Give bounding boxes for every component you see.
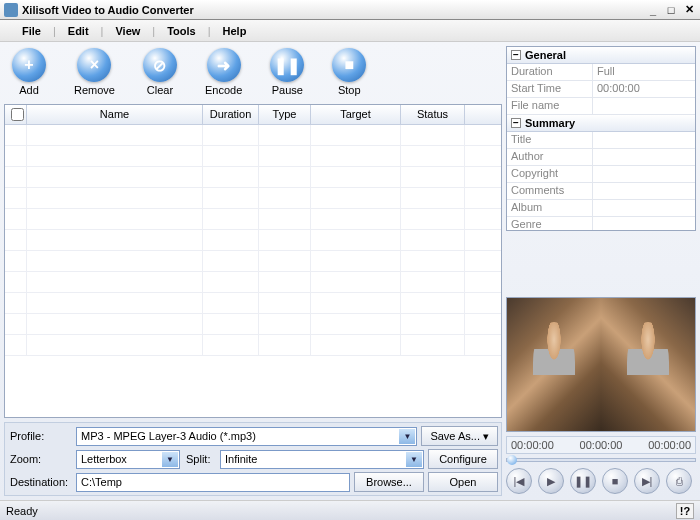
toolbar: +Add ×Remove ⊘Clear ➜Encode ❚❚Pause ■Sto… (4, 46, 502, 100)
section-summary[interactable]: −Summary (507, 115, 695, 132)
play-pause-button[interactable]: ❚❚ (570, 468, 596, 494)
statusbar: Ready !? (0, 500, 700, 520)
status-text: Ready (6, 505, 38, 517)
menu-tools[interactable]: Tools (155, 23, 208, 39)
preview-pane (506, 297, 696, 432)
destination-input[interactable]: C:\Temp (76, 473, 350, 492)
prop-title[interactable]: Title (507, 132, 695, 149)
menu-edit[interactable]: Edit (56, 23, 101, 39)
app-icon (4, 3, 18, 17)
column-type[interactable]: Type (259, 105, 311, 124)
titlebar: Xilisoft Video to Audio Converter _ □ ✕ (0, 0, 700, 20)
preview-right (601, 298, 695, 431)
menu-view[interactable]: View (103, 23, 152, 39)
profile-combo[interactable]: MP3 - MPEG Layer-3 Audio (*.mp3)▼ (76, 427, 417, 446)
column-duration[interactable]: Duration (203, 105, 259, 124)
destination-label: Destination: (8, 476, 72, 488)
window-title: Xilisoft Video to Audio Converter (22, 4, 642, 16)
play-button[interactable]: ▶ (538, 468, 564, 494)
main-area: +Add ×Remove ⊘Clear ➜Encode ❚❚Pause ■Sto… (0, 42, 700, 500)
pause-button[interactable]: ❚❚Pause (270, 48, 304, 96)
minimize-button[interactable]: _ (646, 3, 660, 17)
zoom-label: Zoom: (8, 453, 72, 465)
open-button[interactable]: Open (428, 472, 498, 492)
prop-copyright[interactable]: Copyright (507, 166, 695, 183)
ban-icon: ⊘ (143, 48, 177, 82)
prop-start-time[interactable]: Start Time00:00:00 (507, 81, 695, 98)
prop-genre[interactable]: Genre (507, 217, 695, 231)
select-all-checkbox[interactable] (11, 108, 24, 121)
prop-filename[interactable]: File name (507, 98, 695, 115)
arrow-icon: ➜ (207, 48, 241, 82)
x-icon: × (77, 48, 111, 82)
help-button[interactable]: !? (676, 503, 694, 519)
play-stop-button[interactable]: ■ (602, 468, 628, 494)
grid-header: Name Duration Type Target Status (5, 105, 501, 125)
section-general[interactable]: −General (507, 47, 695, 64)
prev-button[interactable]: |◀ (506, 468, 532, 494)
output-settings: Profile: MP3 - MPEG Layer-3 Audio (*.mp3… (4, 422, 502, 496)
seek-slider[interactable] (506, 458, 696, 462)
grid-body[interactable] (5, 125, 501, 417)
properties-panel[interactable]: −General DurationFull Start Time00:00:00… (506, 46, 696, 231)
time-mid: 00:00:00 (580, 439, 623, 451)
split-combo[interactable]: Infinite▼ (220, 450, 424, 469)
time-start: 00:00:00 (511, 439, 554, 451)
column-target[interactable]: Target (311, 105, 401, 124)
profile-label: Profile: (8, 430, 72, 442)
timeline-bar: 00:00:00 00:00:00 00:00:00 (506, 436, 696, 454)
preview-left (507, 298, 601, 431)
split-label: Split: (184, 453, 216, 465)
prop-author[interactable]: Author (507, 149, 695, 166)
prop-duration[interactable]: DurationFull (507, 64, 695, 81)
menubar: File| Edit| View| Tools| Help (0, 20, 700, 42)
collapse-icon[interactable]: − (511, 118, 521, 128)
column-name[interactable]: Name (27, 105, 203, 124)
left-column: +Add ×Remove ⊘Clear ➜Encode ❚❚Pause ■Sto… (4, 46, 502, 496)
time-end: 00:00:00 (648, 439, 691, 451)
clear-button[interactable]: ⊘Clear (143, 48, 177, 96)
saveas-button[interactable]: Save As... ▾ (421, 426, 498, 446)
file-grid: Name Duration Type Target Status (4, 104, 502, 418)
menu-help[interactable]: Help (211, 23, 259, 39)
right-column: −General DurationFull Start Time00:00:00… (506, 46, 696, 496)
close-button[interactable]: ✕ (682, 3, 696, 17)
snapshot-button[interactable]: ⎙ (666, 468, 692, 494)
add-button[interactable]: +Add (12, 48, 46, 96)
prop-album[interactable]: Album (507, 200, 695, 217)
plus-icon: + (12, 48, 46, 82)
next-button[interactable]: ▶| (634, 468, 660, 494)
playback-controls: |◀ ▶ ❚❚ ■ ▶| ⎙ (506, 466, 696, 496)
menu-file[interactable]: File (10, 23, 53, 39)
chevron-down-icon: ▼ (162, 452, 178, 467)
collapse-icon[interactable]: − (511, 50, 521, 60)
prop-comments[interactable]: Comments (507, 183, 695, 200)
slider-thumb[interactable] (507, 455, 517, 465)
encode-button[interactable]: ➜Encode (205, 48, 242, 96)
stop-button[interactable]: ■Stop (332, 48, 366, 96)
chevron-down-icon: ▼ (406, 452, 422, 467)
zoom-combo[interactable]: Letterbox▼ (76, 450, 180, 469)
remove-button[interactable]: ×Remove (74, 48, 115, 96)
checkbox-header[interactable] (5, 105, 27, 124)
stop-icon: ■ (332, 48, 366, 82)
chevron-down-icon: ▼ (399, 429, 415, 444)
maximize-button[interactable]: □ (664, 3, 678, 17)
column-status[interactable]: Status (401, 105, 465, 124)
pause-icon: ❚❚ (270, 48, 304, 82)
browse-button[interactable]: Browse... (354, 472, 424, 492)
configure-button[interactable]: Configure (428, 449, 498, 469)
